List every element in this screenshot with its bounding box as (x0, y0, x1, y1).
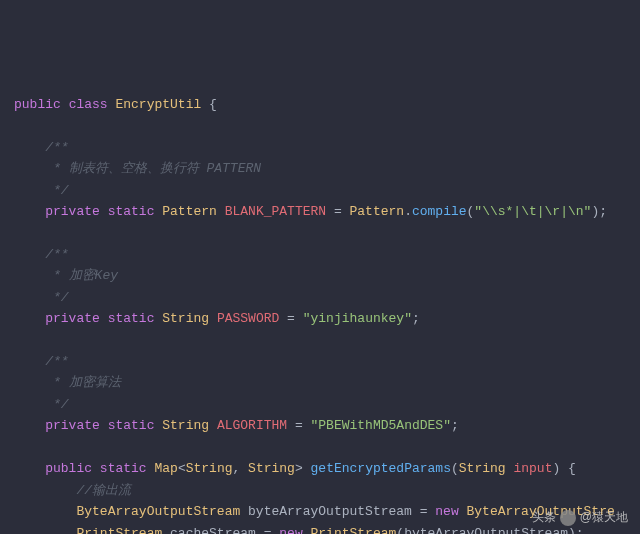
doc-line: * 制表符、空格、换行符 PATTERN (45, 161, 261, 176)
type-map: Map (154, 461, 177, 476)
const-algorithm: ALGORITHM (217, 418, 287, 433)
watermark-prefix: 头条 (532, 508, 556, 528)
comment-output: //输出流 (76, 483, 131, 498)
lparen: ( (396, 526, 404, 535)
string-password: "yinjihaunkey" (303, 311, 412, 326)
ctor-printstream: PrintStream (311, 526, 397, 535)
pattern-class-ref: Pattern (350, 204, 405, 219)
rparen: ) (552, 461, 560, 476)
keyword-static: static (108, 311, 155, 326)
doc-line: * 加密Key (45, 268, 118, 283)
keyword-class: class (69, 97, 108, 112)
doc-open: /** (45, 247, 68, 262)
var-baos: byteArrayOutputStream (248, 504, 412, 519)
avatar-icon (560, 510, 576, 526)
watermark-handle: @猿天地 (580, 508, 628, 528)
semi: ; (599, 204, 607, 219)
type-string: String (186, 461, 233, 476)
code-block: public class EncryptUtil { /** * 制表符、空格、… (14, 94, 640, 534)
keyword-private: private (45, 204, 100, 219)
semi: ; (451, 418, 459, 433)
semi: ; (412, 311, 420, 326)
watermark: 头条 @猿天地 (532, 508, 628, 528)
string-blank-pattern: "\\s*|\t|\r|\n" (474, 204, 591, 219)
keyword-private: private (45, 418, 100, 433)
type-printstream: PrintStream (76, 526, 162, 535)
const-blank-pattern: BLANK_PATTERN (225, 204, 326, 219)
doc-close: */ (45, 290, 68, 305)
type-baos: ByteArrayOutputStream (76, 504, 240, 519)
keyword-static: static (108, 204, 155, 219)
lt: < (178, 461, 186, 476)
keyword-public: public (14, 97, 61, 112)
eq: = (412, 504, 435, 519)
param-input: input (513, 461, 552, 476)
dot: . (404, 204, 412, 219)
eq: = (256, 526, 279, 535)
gt: > (295, 461, 303, 476)
comma: , (233, 461, 249, 476)
method-compile: compile (412, 204, 467, 219)
keyword-public: public (45, 461, 92, 476)
eq: = (279, 311, 302, 326)
open-brace: { (209, 97, 217, 112)
open-brace: { (568, 461, 576, 476)
type-string: String (162, 311, 209, 326)
keyword-new: new (435, 504, 458, 519)
keyword-new: new (279, 526, 302, 535)
keyword-static: static (108, 418, 155, 433)
keyword-static: static (100, 461, 147, 476)
lparen: ( (451, 461, 459, 476)
type-string: String (459, 461, 506, 476)
doc-close: */ (45, 397, 68, 412)
keyword-private: private (45, 311, 100, 326)
type-pattern: Pattern (162, 204, 217, 219)
type-string: String (162, 418, 209, 433)
var-cachestream: cacheStream (170, 526, 256, 535)
eq: = (326, 204, 349, 219)
eq: = (287, 418, 310, 433)
string-algorithm: "PBEWithMD5AndDES" (311, 418, 451, 433)
doc-open: /** (45, 140, 68, 155)
class-name: EncryptUtil (115, 97, 201, 112)
doc-line: * 加密算法 (45, 375, 120, 390)
const-password: PASSWORD (217, 311, 279, 326)
doc-close: */ (45, 183, 68, 198)
method-getencryptedparams: getEncryptedParams (311, 461, 451, 476)
doc-open: /** (45, 354, 68, 369)
type-string: String (248, 461, 295, 476)
